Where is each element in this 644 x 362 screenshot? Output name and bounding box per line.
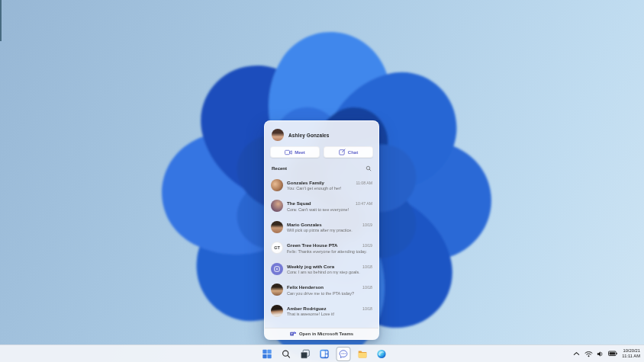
taskbar-center-icons [259,345,388,362]
person-avatar [271,221,283,233]
chat-preview: Will pick up pizza after my practice. [287,228,372,232]
screen-edge-artifact [0,0,2,41]
group-avatar [271,200,283,212]
volume-icon [597,351,604,357]
windows-start-icon [262,349,272,359]
clock-button[interactable]: 10/20/21 11:11 AM [622,345,640,362]
file-explorer-icon [357,349,367,359]
chat-name: Amber Rodriguez [287,306,327,311]
chat-button-label: Chat [348,150,358,155]
chat-time: 10/18 [362,306,372,311]
recent-chat-list: Gonzales Family 11:08 AM You: Can't get … [265,175,378,322]
chat-time: 10/19 [362,223,372,227]
chat-name: Mario Gonzales [287,222,322,227]
chat-list-item[interactable]: Felix Henderson 10/18 Can you drive me t… [265,280,378,301]
battery-icon [608,351,617,357]
show-hidden-icons-button[interactable] [573,345,580,362]
teams-chat-icon [338,349,348,359]
recent-label: Recent [272,166,287,171]
task-view-button[interactable] [298,347,312,361]
chat-preview: You: Can't get enough of her! [287,186,372,191]
chat-list-item[interactable]: Mario Gonzales 10/19 Will pick up pizza … [265,216,378,238]
chat-preview: Cora: I am so behind on my step goals. [287,270,372,274]
chat-time: 11:08 AM [356,181,372,185]
chat-list-item[interactable]: GT Green Tree House PTA 10/19 Felix: Tha… [265,238,378,259]
chevron-up-icon [573,351,580,356]
widgets-button[interactable] [317,347,331,361]
group-avatar [271,179,283,191]
open-in-teams-button[interactable]: Open in Microsoft Teams [265,328,378,339]
person-avatar [271,305,283,317]
flyout-header: Ashley Gonzales [265,121,378,146]
chat-list-item[interactable]: Amber Rodriguez 10/18 That is awesome! L… [265,300,378,322]
chat-time: 10/18 [362,285,372,290]
tray-time: 11:11 AM [622,354,640,360]
person-avatar [271,284,283,296]
edge-browser-icon [376,349,386,359]
chat-name: Felix Henderson [287,284,324,290]
tray-date: 10/20/21 [622,348,640,354]
user-name: Ashley Gonzales [288,133,330,138]
chat-preview: Cora: Can't wait to see everyone! [287,207,372,212]
search-icon [281,349,291,359]
calendar-icon [274,266,280,272]
chat-button[interactable]: Chat [324,146,373,158]
taskbar: 10/20/21 11:11 AM [0,344,644,362]
meet-button-label: Meet [295,150,305,155]
edge-button[interactable] [374,347,388,361]
network-volume-battery-button[interactable] [584,345,617,362]
start-button[interactable] [259,347,274,361]
chat-preview: Felix: Thanks everyone for attending tod… [287,249,372,254]
video-camera-icon [285,149,292,155]
chat-preview: That is awesome! Love it! [287,312,372,316]
chat-preview: Can you drive me to the PTA today? [287,291,372,296]
chat-name: Green Tree House PTA [287,242,338,248]
teams-logo-icon [290,331,296,337]
chat-time: 10/19 [362,243,372,248]
chat-taskbar-button[interactable] [336,347,350,361]
chat-name: Weekly jog with Cora [287,264,334,269]
recent-header: Recent [265,158,378,175]
chat-list-item[interactable]: Weekly jog with Cora 10/18 Cora: I am so… [265,258,378,280]
avatar-initials: GT [274,245,280,250]
search-icon[interactable] [365,165,372,171]
chat-list-item[interactable]: Gonzales Family 11:08 AM You: Can't get … [265,175,378,196]
teams-chat-flyout: Ashley Gonzales Meet Chat Recent [264,120,379,340]
event-avatar [271,263,283,275]
search-button[interactable] [279,347,293,361]
chat-time: 10/18 [362,264,372,269]
chat-name: The Squad [287,200,311,206]
widgets-icon [319,349,329,359]
file-explorer-button[interactable] [355,347,369,361]
chat-list-item[interactable]: The Squad 10:47 AM Cora: Can't wait to s… [265,196,378,217]
chat-time: 10:47 AM [356,201,372,206]
compose-icon [339,149,346,155]
chat-name: Gonzales Family [287,180,324,185]
meet-button[interactable]: Meet [270,146,320,158]
system-tray: 10/20/21 11:11 AM [573,345,640,362]
initials-avatar: GT [271,242,283,254]
user-avatar[interactable] [272,129,284,141]
task-view-icon [300,349,310,359]
open-in-teams-label: Open in Microsoft Teams [299,332,353,336]
flyout-actions: Meet Chat [265,146,378,158]
wifi-icon [584,351,593,357]
